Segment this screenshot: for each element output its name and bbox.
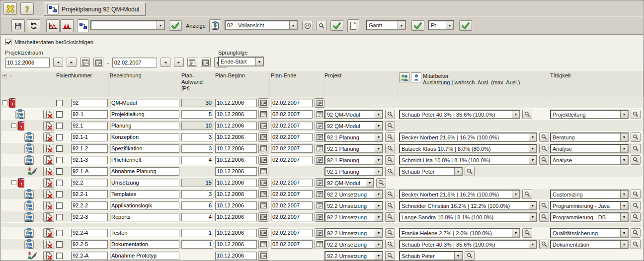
projekt-combobox[interactable]: 92.1 Planung ▼	[324, 132, 383, 142]
mitarbeiter-search-button[interactable]	[539, 132, 549, 142]
expand-all-button[interactable]: +	[2, 74, 7, 78]
mitarbeiterdaten-checkbox[interactable]	[5, 39, 11, 45]
fixiert-checkbox[interactable]	[56, 145, 63, 152]
period-from-next-button[interactable]: ►	[67, 58, 77, 67]
chevron-down-icon[interactable]: ▼	[375, 122, 382, 130]
projekt-combobox[interactable]: 92.2 Umsetzung ▼	[324, 228, 383, 238]
chevron-down-icon[interactable]: ▼	[446, 21, 453, 29]
plan-beginn-input[interactable]	[215, 190, 257, 198]
chevron-down-icon[interactable]: ▼	[375, 202, 382, 209]
apply-filter-button[interactable]	[169, 20, 182, 31]
plan-ende-input[interactable]	[271, 110, 313, 119]
delete-row-button[interactable]	[43, 110, 54, 119]
collapse-all-button[interactable]: −	[8, 74, 13, 78]
mitarbeiter-combobox[interactable]: Schaub Peter 40.3% | 35.6% (100.0%) ▼	[399, 110, 520, 119]
taetigkeit-search-button[interactable]	[631, 201, 641, 210]
plan-beginn-calendar-button[interactable]	[258, 190, 268, 199]
chevron-down-icon[interactable]: ▼	[529, 213, 536, 221]
new-view-button[interactable]	[347, 19, 359, 32]
plan-beginn-input[interactable]	[215, 252, 257, 260]
taetigkeit-combobox[interactable]: Dokumentation ▼	[550, 240, 629, 249]
mitarbeiter-combobox[interactable]: Schneider Christian 16.2% | 12.2% (100.0…	[399, 201, 537, 210]
plan-beginn-calendar-button[interactable]	[258, 132, 268, 142]
delete-row-button[interactable]	[43, 212, 54, 222]
plan-ende-input[interactable]	[271, 179, 313, 187]
chevron-down-icon[interactable]: ▼	[157, 21, 164, 29]
taetigkeit-search-button[interactable]	[631, 228, 641, 238]
chevron-down-icon[interactable]: ▼	[620, 213, 628, 221]
apply-view-button[interactable]	[330, 20, 343, 31]
delete-row-button[interactable]	[43, 167, 54, 176]
projekt-combobox[interactable]: 92.1 Planung ▼	[324, 155, 383, 165]
bezeichnung-input[interactable]	[110, 99, 179, 107]
delete-row-button[interactable]	[43, 251, 54, 261]
nummer-input[interactable]	[71, 156, 108, 164]
plan-beginn-calendar-button[interactable]	[258, 155, 268, 165]
plan-beginn-input[interactable]	[215, 156, 257, 164]
nummer-input[interactable]	[71, 190, 108, 198]
fixiert-checkbox[interactable]	[56, 123, 63, 129]
open-view-button[interactable]	[302, 21, 313, 30]
chevron-down-icon[interactable]: ▼	[255, 58, 263, 65]
nummer-input[interactable]	[71, 229, 108, 237]
projekt-search-button[interactable]	[385, 212, 395, 222]
chevron-down-icon[interactable]: ▼	[620, 191, 628, 198]
period-from-input[interactable]	[5, 58, 50, 67]
taetigkeit-combobox[interactable]: Analyse ▼	[550, 144, 629, 153]
plan-ende-input[interactable]	[271, 144, 313, 153]
plan-beginn-calendar-button[interactable]	[258, 240, 268, 249]
chevron-down-icon[interactable]: ▼	[289, 21, 297, 29]
projekt-search-button[interactable]	[385, 251, 395, 261]
bezeichnung-input[interactable]	[110, 240, 179, 249]
apply-unit-button[interactable]	[459, 20, 472, 31]
projekt-combobox[interactable]: 92.2 Umsetzung ▼	[324, 212, 383, 222]
group-assign-button[interactable]	[399, 72, 409, 82]
apply-layout-button[interactable]	[411, 20, 424, 31]
plan-aufwand-input[interactable]	[181, 133, 213, 141]
plan-beginn-input[interactable]	[215, 213, 257, 221]
refresh-button[interactable]	[27, 19, 40, 32]
delete-row-button[interactable]	[43, 155, 54, 165]
fixiert-checkbox[interactable]	[56, 202, 63, 209]
plan-ende-calendar-button[interactable]	[315, 121, 324, 130]
mitarbeiter-search-button[interactable]	[465, 167, 475, 176]
fixiert-checkbox[interactable]	[56, 214, 63, 220]
projekt-combobox[interactable]: 92 QM-Modul ▼	[324, 121, 383, 130]
plan-ende-input[interactable]	[271, 201, 313, 210]
period-to-calendar2-button[interactable]	[201, 58, 211, 67]
taetigkeit-combobox[interactable]: Analyse ▼	[550, 155, 629, 165]
bezeichnung-input[interactable]	[110, 190, 179, 198]
unit-combobox[interactable]: Pt ▼	[428, 20, 454, 30]
chevron-down-icon[interactable]: ▼	[529, 145, 536, 152]
nummer-input[interactable]	[71, 133, 108, 141]
mitarbeiter-search-button[interactable]	[539, 144, 549, 153]
projekt-combobox[interactable]: 92.2 Umsetzung ▼	[324, 251, 383, 261]
plan-ende-input[interactable]	[271, 240, 313, 249]
chevron-down-icon[interactable]: ▼	[620, 241, 628, 248]
histogram-button[interactable]	[60, 19, 74, 32]
bezeichnung-input[interactable]	[110, 156, 179, 164]
plan-ende-input[interactable]	[271, 190, 313, 198]
taetigkeit-combobox[interactable]: Customizing ▼	[550, 190, 629, 199]
plan-beginn-calendar-button[interactable]	[258, 98, 268, 108]
chevron-down-icon[interactable]: ▼	[512, 111, 519, 118]
chevron-down-icon[interactable]: ▼	[375, 133, 382, 141]
chevron-down-icon[interactable]: ▼	[375, 252, 382, 260]
person-assign-button[interactable]	[411, 72, 421, 82]
period-to-calendar-button[interactable]	[187, 58, 197, 67]
period-to-input[interactable]	[112, 58, 157, 67]
utilization-curve-button[interactable]	[46, 19, 60, 32]
period-from-calendar-button[interactable]	[80, 58, 90, 67]
mitarbeiter-search-button[interactable]	[539, 240, 549, 249]
bezeichnung-input[interactable]	[110, 213, 179, 221]
period-to-prev-button[interactable]: ◄	[161, 58, 170, 67]
save-button[interactable]	[11, 19, 25, 32]
mitarbeiter-combobox[interactable]: Becker Norbert 21.6% | 16.2% (100.0%) ▼	[399, 190, 520, 199]
mitarbeiter-search-button[interactable]	[539, 201, 549, 210]
plan-ende-calendar-button[interactable]	[315, 155, 324, 165]
mitarbeiter-search-button[interactable]	[522, 190, 532, 199]
plan-ende-calendar-button[interactable]	[315, 110, 324, 119]
chevron-down-icon[interactable]: ▼	[375, 168, 382, 175]
chevron-down-icon[interactable]: ▼	[366, 179, 373, 187]
mitarbeiter-combobox[interactable]: Schaub Peter ▼	[399, 167, 463, 176]
